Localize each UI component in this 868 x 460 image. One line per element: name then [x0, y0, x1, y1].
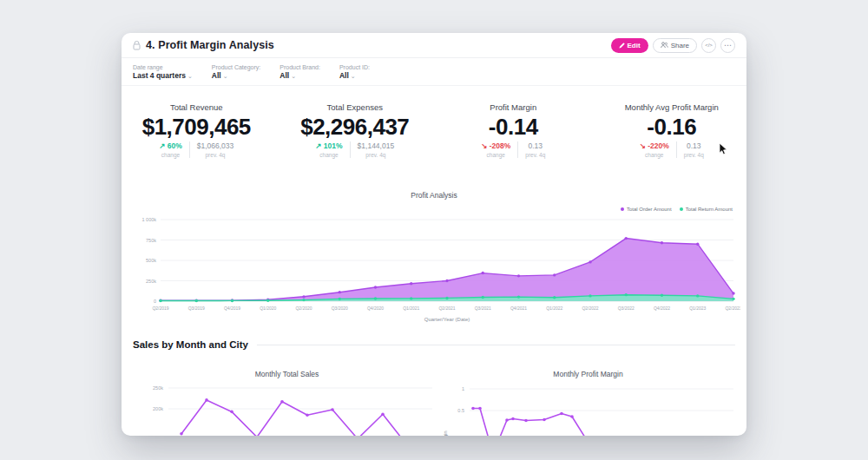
y-tick-label: 0 — [154, 299, 156, 304]
data-point — [625, 293, 628, 296]
chevron-down-icon: ⌄ — [291, 73, 296, 79]
dashboard-header: 4. Profit Margin Analysis Edit Share </>… — [122, 33, 746, 58]
filter-label: Product Category: — [212, 63, 260, 71]
x-axis-title: Quarter/Year (Date) — [424, 317, 470, 322]
mini-chart-title-margin: Monthly Profit Margin — [438, 370, 738, 378]
kpi-prev-value: $1,066,033 — [197, 141, 234, 150]
data-point — [410, 282, 412, 285]
data-point — [482, 296, 484, 299]
x-tick-label: Q3/2019 — [188, 306, 205, 311]
more-options-button[interactable]: ⋯ — [720, 38, 735, 53]
filter-product-category[interactable]: Product Category:All⌄ — [212, 63, 260, 81]
data-point — [589, 294, 591, 297]
kpi-value: -0.16 — [647, 115, 696, 139]
data-point — [517, 274, 520, 277]
kpi-change-label: change — [161, 152, 180, 158]
data-point — [732, 292, 734, 294]
data-point — [696, 243, 699, 246]
y-axis-title: Profit Margin — [443, 430, 448, 436]
data-point — [732, 298, 734, 300]
code-icon: </> — [705, 43, 713, 48]
y-tick-label: 250k — [146, 279, 156, 284]
data-point — [302, 295, 305, 298]
data-point — [478, 407, 482, 411]
x-tick-label: Q2/2021 — [438, 306, 455, 311]
lock-icon — [133, 41, 141, 50]
y-tick-label: 750k — [146, 238, 156, 243]
data-point — [266, 299, 269, 302]
data-point — [195, 299, 198, 302]
kpi-prev-label: prev. 4q — [365, 152, 385, 158]
data-point — [553, 296, 556, 299]
kpi-value: $1,709,465 — [142, 115, 251, 139]
kpi-change-value: ↗ 60% — [159, 141, 182, 150]
profit-analysis-chart: 1 000k750k500k250k0Q2/2019Q3/2019Q4/2019… — [137, 211, 740, 328]
filter-product-id[interactable]: Product ID:All⌄ — [339, 63, 370, 81]
kpi-prev-col: $1,066,033prev. 4q — [190, 141, 241, 158]
data-point — [410, 297, 412, 299]
data-point — [542, 418, 546, 422]
page-title: 4. Profit Margin Analysis — [146, 39, 274, 51]
data-point — [159, 299, 161, 302]
dashboard-card: 4. Profit Margin Analysis Edit Share </>… — [122, 33, 746, 436]
data-point — [374, 297, 377, 299]
kpi-prev-col: $1,144,015prev. 4q — [351, 141, 402, 158]
kpi-prev-label: prev. 4q — [525, 152, 545, 158]
y-tick-label: 250k — [153, 385, 163, 391]
mouse-cursor — [719, 142, 729, 160]
kpi-prev-value: 0.13 — [529, 141, 543, 150]
filter-label: Date range — [133, 63, 193, 71]
area-fill-orders — [161, 239, 733, 301]
data-point — [570, 415, 574, 418]
section-header: Sales by Month and City — [133, 339, 735, 350]
kpi-card: Profit Margin-0.14↘ -208%change0.13prev.… — [438, 95, 589, 158]
kpi-card: Total Expenses$2,296,437↗ 101%change$1,1… — [280, 95, 431, 158]
kpi-prev-value: 0.13 — [687, 141, 701, 150]
x-tick-label: Q1/2022 — [546, 306, 562, 311]
data-point — [517, 295, 520, 298]
x-tick-label: Q4/2020 — [367, 306, 384, 311]
mini-chart-title-sales: Monthly Total Sales — [137, 370, 437, 378]
data-point — [339, 291, 341, 293]
data-point — [589, 260, 591, 263]
x-tick-label: Q1/2021 — [403, 306, 419, 311]
edit-button[interactable]: Edit — [611, 38, 648, 53]
x-tick-label: Q2/2022 — [582, 306, 598, 311]
data-point — [445, 279, 448, 282]
x-tick-label: Q4/2021 — [510, 306, 527, 311]
filter-value: All⌄ — [212, 71, 260, 81]
kpi-change-col: ↘ -208%change — [474, 141, 517, 158]
x-tick-label: Q4/2022 — [654, 306, 670, 311]
data-point — [445, 297, 448, 299]
kpi-title: Total Expenses — [327, 102, 383, 112]
kpi-prev-label: prev. 4q — [205, 152, 225, 158]
filter-product-brand[interactable]: Product Brand:All⌄ — [279, 63, 320, 81]
filter-value: All⌄ — [339, 71, 370, 81]
data-point — [306, 413, 309, 417]
kpi-row: Total Revenue$1,709,465↗ 60%change$1,066… — [122, 95, 746, 158]
kpi-title: Monthly Avg Profit Margin — [625, 102, 719, 112]
data-point — [339, 298, 341, 300]
data-point — [482, 272, 484, 274]
line-series — [181, 400, 408, 436]
kpi-prev-label: prev. 4q — [684, 152, 704, 158]
data-point — [505, 418, 509, 422]
data-point — [374, 286, 377, 288]
kpi-change-block: ↗ 60%change$1,066,033prev. 4q — [152, 141, 240, 158]
filter-date-range[interactable]: Date rangeLast 4 quarters⌄ — [133, 63, 193, 81]
y-tick-label: 1 — [462, 386, 464, 391]
kpi-change-col: ↗ 60%change — [152, 141, 189, 158]
kpi-change-block: ↘ -220%change0.13prev. 4q — [633, 141, 711, 158]
kpi-change-value: ↗ 101% — [315, 141, 342, 150]
kpi-value: $2,296,437 — [300, 115, 409, 139]
filter-label: Product Brand: — [279, 63, 320, 71]
embed-code-button[interactable]: </> — [701, 38, 716, 53]
x-tick-label: Q2/2023 — [725, 306, 740, 311]
share-button[interactable]: Share — [653, 38, 697, 53]
kpi-change-label: change — [319, 152, 338, 158]
data-point — [511, 417, 515, 421]
kpi-change-col: ↗ 101%change — [308, 141, 349, 158]
data-point — [524, 419, 528, 423]
section-divider — [257, 345, 735, 345]
filter-value: Last 4 quarters⌄ — [133, 71, 193, 81]
